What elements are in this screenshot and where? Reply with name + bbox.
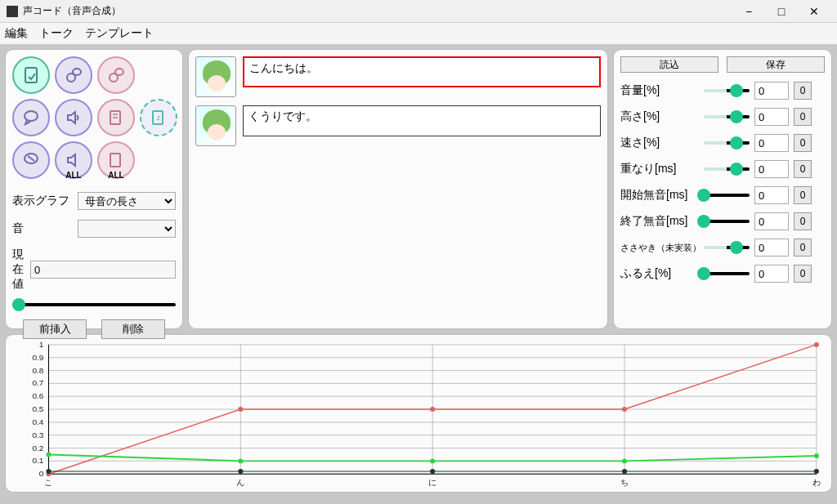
chart-panel: 00.10.20.30.40.50.60.70.80.91こんにちわ xyxy=(5,334,832,493)
svg-point-62 xyxy=(814,469,819,474)
avatar[interactable] xyxy=(195,56,236,97)
svg-point-50 xyxy=(430,407,435,412)
svg-point-53 xyxy=(46,452,51,457)
param-label: 開始無音[ms] xyxy=(620,188,699,203)
param-zero-button[interactable]: 0 xyxy=(794,265,812,283)
svg-text:Z: Z xyxy=(157,114,161,122)
param-zero-button[interactable]: 0 xyxy=(794,186,812,204)
left-panel: Z ALL ALL 表示グラフ 母音の長さ 音 現在値 前挿入 削除 xyxy=(5,49,183,329)
menu-edit[interactable]: 編集 xyxy=(5,26,28,41)
svg-text:に: に xyxy=(428,478,436,487)
right-panel: 読込 保存 音量[%]0高さ[%]0速さ[%]0重なり[ms]0開始無音[ms]… xyxy=(613,49,832,329)
param-slider[interactable] xyxy=(704,194,750,197)
svg-point-61 xyxy=(622,469,627,474)
svg-point-49 xyxy=(238,407,243,412)
param-value[interactable] xyxy=(754,108,789,126)
talk-text[interactable]: こんにちは。 xyxy=(243,56,601,87)
param-label: 終了無音[ms] xyxy=(620,214,699,229)
param-row: ふるえ[%]0 xyxy=(620,264,825,283)
param-label: 高さ[%] xyxy=(620,109,699,124)
svg-text:0.5: 0.5 xyxy=(32,404,43,413)
param-label: ささやき（未実装）[-] xyxy=(620,242,699,254)
tool-icon-5[interactable] xyxy=(55,99,92,136)
param-slider[interactable] xyxy=(704,115,750,118)
maximize-button[interactable]: □ xyxy=(765,0,798,23)
tool-icon-1[interactable] xyxy=(12,56,50,94)
svg-point-60 xyxy=(430,469,435,474)
param-value[interactable] xyxy=(754,134,789,152)
param-label: 速さ[%] xyxy=(620,136,699,150)
center-panel: こんにちは。くうりです。 xyxy=(188,49,608,329)
param-row: 速さ[%]0 xyxy=(620,133,825,153)
tool-icon-9[interactable]: ALL xyxy=(55,141,92,179)
svg-text:ち: ち xyxy=(620,478,629,487)
sound-label: 音 xyxy=(12,221,78,236)
param-row: 高さ[%]0 xyxy=(620,107,825,127)
param-zero-button[interactable]: 0 xyxy=(794,212,812,230)
param-slider[interactable] xyxy=(704,141,750,145)
graph-label: 表示グラフ xyxy=(12,194,78,208)
tool-icon-3[interactable] xyxy=(97,56,135,94)
talk-text[interactable]: くうりです。 xyxy=(243,105,601,136)
tool-icon-4[interactable] xyxy=(12,99,50,136)
tool-icon-10[interactable]: ALL xyxy=(97,141,135,179)
param-value[interactable] xyxy=(754,239,789,256)
svg-point-54 xyxy=(238,458,243,463)
svg-point-51 xyxy=(622,407,627,412)
param-zero-button[interactable]: 0 xyxy=(794,108,812,126)
load-button[interactable]: 読込 xyxy=(620,56,718,73)
svg-text:0.2: 0.2 xyxy=(32,444,43,453)
tool-icon-8[interactable] xyxy=(12,141,50,179)
svg-text:0.1: 0.1 xyxy=(32,456,43,465)
current-value[interactable] xyxy=(30,261,176,279)
svg-point-57 xyxy=(814,453,819,458)
avatar[interactable] xyxy=(195,105,236,146)
talk-row: こんにちは。 xyxy=(195,56,601,97)
app-icon xyxy=(7,6,18,17)
svg-text:0.6: 0.6 xyxy=(32,391,43,400)
sound-select[interactable] xyxy=(78,220,176,238)
close-button[interactable]: ✕ xyxy=(798,0,830,23)
svg-point-5 xyxy=(25,111,38,121)
param-value[interactable] xyxy=(754,265,789,283)
svg-text:わ: わ xyxy=(812,478,821,487)
param-row: 重なり[ms]0 xyxy=(620,159,825,179)
param-slider[interactable] xyxy=(704,220,750,223)
svg-text:1: 1 xyxy=(39,340,44,349)
save-button[interactable]: 保存 xyxy=(727,56,825,73)
param-row: 開始無音[ms]0 xyxy=(620,185,825,205)
svg-point-59 xyxy=(238,469,243,474)
tool-icon-2[interactable] xyxy=(55,56,92,94)
tool-icon-7[interactable]: Z xyxy=(140,99,177,136)
svg-text:0.4: 0.4 xyxy=(32,417,43,426)
param-label: 重なり[ms] xyxy=(620,162,699,176)
param-zero-button[interactable]: 0 xyxy=(794,160,812,178)
param-slider[interactable] xyxy=(704,89,750,92)
svg-point-56 xyxy=(622,458,627,463)
current-slider[interactable] xyxy=(12,303,176,306)
param-label: ふるえ[%] xyxy=(620,266,699,281)
param-slider[interactable] xyxy=(704,272,750,275)
svg-text:0.8: 0.8 xyxy=(32,366,43,375)
svg-text:こ: こ xyxy=(44,478,52,487)
graph-select[interactable]: 母音の長さ xyxy=(78,192,176,210)
minimize-button[interactable]: − xyxy=(732,0,765,23)
svg-point-58 xyxy=(46,469,51,474)
param-value[interactable] xyxy=(754,212,789,230)
svg-point-55 xyxy=(430,458,435,463)
param-value[interactable] xyxy=(754,82,789,100)
menu-template[interactable]: テンプレート xyxy=(85,26,154,41)
svg-text:0.7: 0.7 xyxy=(32,378,43,387)
param-zero-button[interactable]: 0 xyxy=(794,134,812,152)
param-value[interactable] xyxy=(754,186,789,204)
param-zero-button[interactable]: 0 xyxy=(794,82,812,100)
param-value[interactable] xyxy=(754,160,789,178)
svg-point-52 xyxy=(814,342,819,347)
param-zero-button[interactable]: 0 xyxy=(794,239,812,256)
tool-icon-6[interactable] xyxy=(97,99,135,136)
svg-point-2 xyxy=(73,69,81,75)
menu-talk[interactable]: トーク xyxy=(39,26,74,41)
param-slider[interactable] xyxy=(704,167,750,171)
svg-text:0.3: 0.3 xyxy=(32,430,43,439)
param-slider[interactable] xyxy=(704,246,750,249)
